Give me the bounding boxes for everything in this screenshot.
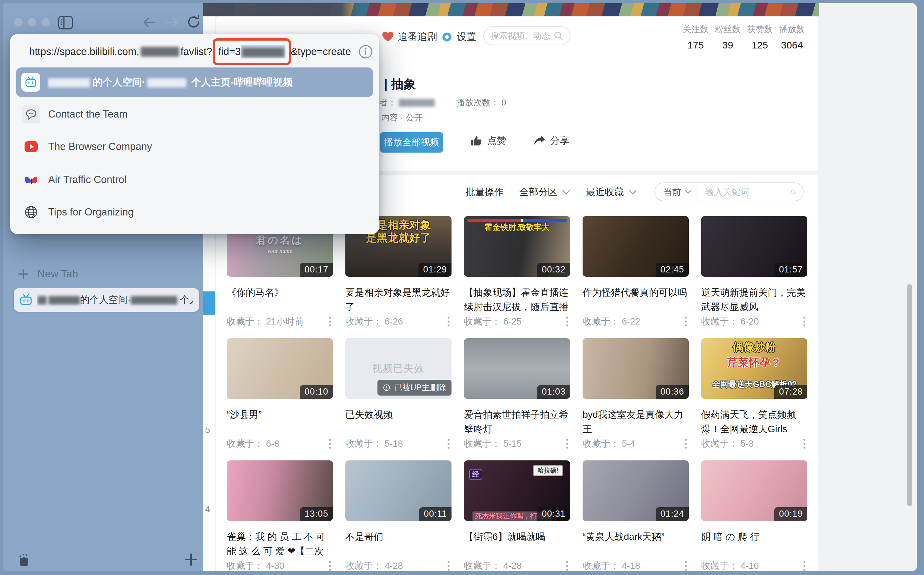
minimize-window-button[interactable]: [28, 18, 37, 27]
stat-likes[interactable]: 获赞数125: [746, 24, 774, 51]
video-title[interactable]: 爱音拍素世拍祥子拍立希壁咚灯: [464, 407, 570, 436]
forward-button[interactable]: [164, 16, 180, 30]
category-filter[interactable]: 全部分区: [519, 186, 570, 199]
video-title[interactable]: 【街霸6】就喝就喝: [464, 529, 570, 544]
video-title[interactable]: 不是哥们: [345, 529, 451, 544]
video-card[interactable]: 视频已失效已被UP主删除 已失效视频 收藏于： 5-18: [345, 338, 451, 461]
video-meta-row: 收藏于： 6-22: [583, 315, 689, 328]
share-button[interactable]: 分享: [533, 134, 569, 147]
more-options-icon[interactable]: [564, 437, 570, 450]
favorited-date: 收藏于： 5-15: [464, 437, 522, 450]
top-suggestion[interactable]: 的个人空间· 个人主页-哔哩哔哩视频: [16, 67, 373, 97]
selected-nav-item[interactable]: [203, 291, 215, 315]
video-thumbnail[interactable]: 霍金铁肘,致敬牢大 00:32: [464, 216, 570, 277]
video-thumbnail[interactable]: 00:19: [701, 461, 807, 521]
omnibox-item-air-traffic-control[interactable]: Air Traffic Control: [22, 168, 366, 191]
more-options-icon[interactable]: [683, 315, 689, 328]
video-card[interactable]: 13:05 雀巢：我 的 员 工 不 可 能 这 么 可 爱 ❤【二次元爆改 收…: [227, 461, 333, 571]
video-card[interactable]: 00:36 byd我这室友是真像大力王 收藏于： 5-4: [583, 338, 689, 461]
video-title[interactable]: 已失效视频: [345, 407, 451, 422]
info-icon[interactable]: [358, 44, 373, 59]
space-search-box[interactable]: 搜索视频、动态: [483, 26, 570, 45]
video-meta-row: 收藏于： 5-18: [345, 437, 451, 450]
batch-actions-button[interactable]: 批量操作: [465, 186, 503, 199]
video-thumbnail[interactable]: 视频已失效已被UP主删除: [345, 338, 451, 399]
search-icon[interactable]: [791, 186, 803, 197]
video-card[interactable]: 霍金铁肘,致敬牢大 00:32 【抽象现场】霍金直播连续肘击汉尼拔，随后直播间被…: [464, 216, 570, 338]
video-thumbnail[interactable]: 00:11: [345, 461, 451, 521]
video-thumbnail[interactable]: 01:24: [583, 461, 689, 521]
play-all-button[interactable]: 播放全部视频: [380, 132, 443, 152]
video-title[interactable]: 阴 暗 の 爬 行: [701, 529, 807, 544]
more-options-icon[interactable]: [327, 315, 333, 328]
more-options-icon[interactable]: [801, 437, 807, 450]
video-title[interactable]: 雀巢：我 的 员 工 不 可 能 这 么 可 爱 ❤【二次元爆改: [227, 529, 333, 558]
reload-button[interactable]: [186, 14, 201, 31]
stat-followers[interactable]: 粉丝数39: [713, 24, 742, 51]
video-title[interactable]: 假药满天飞，笑点频频爆！全网最逆天Girls Band Cry解析: [701, 407, 807, 436]
video-card[interactable]: 01:03 爱音拍素世拍祥子拍立希壁咚灯 收藏于： 5-15: [464, 338, 570, 461]
nav-bangumi[interactable]: 追番追剧: [382, 30, 437, 44]
video-title[interactable]: 【抽象现场】霍金直播连续肘击汉尼拔，随后直播间被封: [464, 285, 570, 314]
url-row[interactable]: https://space.bilibili.com,favlist?fid=3…: [10, 38, 379, 65]
sidebar-toggle-icon[interactable]: [58, 15, 73, 32]
video-thumbnail[interactable]: 偶像炒粉芹菜怀孕？全网最逆天GBC解析02 07:28: [701, 338, 807, 399]
stat-plays[interactable]: 播放数3064: [777, 24, 806, 51]
video-thumbnail[interactable]: 01:57: [701, 216, 807, 277]
stat-following[interactable]: 关注数175: [681, 24, 710, 51]
video-card[interactable]: 02:45 作为怪猎代餐真的可以吗 收藏于： 6-22: [583, 216, 689, 338]
more-options-icon[interactable]: [564, 560, 570, 571]
url-text[interactable]: https://space.bilibili.com,favlist?fid=3…: [29, 43, 351, 60]
video-card[interactable]: 00:11 不是哥们 收藏于： 4-28: [345, 461, 451, 571]
close-window-button[interactable]: [14, 18, 22, 27]
more-options-icon[interactable]: [564, 315, 570, 328]
video-title[interactable]: 逆天萌新提前关门，完美武器尽显威风: [701, 285, 807, 314]
more-options-icon[interactable]: [327, 437, 333, 450]
new-tab-button[interactable]: New Tab: [18, 268, 78, 280]
nav-settings[interactable]: 设置: [441, 30, 476, 44]
video-card[interactable]: 00:19 阴 暗 の 爬 行 收藏于： 4-16: [701, 461, 807, 571]
video-thumbnail[interactable]: 02:45: [583, 216, 689, 277]
more-options-icon[interactable]: [327, 560, 333, 571]
video-card[interactable]: 哈拉硕!死杰米我让你喝，打死你经 00:31 【街霸6】就喝就喝 收藏于： 4-…: [464, 461, 570, 571]
more-options-icon[interactable]: [446, 315, 451, 328]
more-options-icon[interactable]: [683, 437, 689, 450]
video-card[interactable]: 01:24 “黄泉大战dark天鹅” 收藏于： 4-18: [583, 461, 689, 571]
video-thumbnail[interactable]: 哈拉硕!死杰米我让你喝，打死你经 00:31: [464, 461, 570, 521]
omnibox-item-tips[interactable]: Tips for Organizing: [22, 201, 366, 224]
video-thumbnail[interactable]: 13:05: [227, 461, 333, 521]
video-title[interactable]: byd我这室友是真像大力王: [583, 407, 689, 436]
video-title[interactable]: 《你的马名》: [227, 285, 333, 300]
video-thumbnail[interactable]: 01:03: [464, 338, 570, 399]
like-button[interactable]: 点赞: [470, 134, 506, 147]
more-options-icon[interactable]: [683, 560, 689, 571]
search-scope-select[interactable]: 当前: [655, 186, 698, 198]
new-space-plus-icon[interactable]: [183, 552, 199, 569]
fid-annotation-box: fid=3: [213, 38, 291, 65]
active-tab[interactable]: 的个人空间· 个人…: [14, 288, 199, 312]
omnibox-item-contact[interactable]: Contact the Team: [22, 103, 366, 126]
keyword-search-box[interactable]: 当前 输入关键词: [654, 183, 804, 202]
more-options-icon[interactable]: [446, 437, 451, 450]
video-card[interactable]: 偶像炒粉芹菜怀孕？全网最逆天GBC解析02 07:28 假药满天飞，笑点频频爆！…: [701, 338, 807, 461]
video-title[interactable]: “沙县男”: [227, 407, 333, 422]
library-icon[interactable]: [16, 552, 32, 569]
more-options-icon[interactable]: [446, 560, 451, 571]
omnibox-item-browser-company[interactable]: The Browser Company: [22, 135, 366, 158]
favorited-date: 收藏于： 6-22: [583, 315, 640, 328]
video-title[interactable]: 要是相亲对象是黑龙就好了: [345, 285, 451, 314]
page-scrollbar[interactable]: [907, 284, 912, 506]
video-thumbnail[interactable]: 00:10: [227, 338, 333, 399]
video-card[interactable]: 君の名はyour name 00:17 《你的马名》 收藏于： 21小时前: [227, 216, 333, 338]
video-thumbnail[interactable]: 00:36: [583, 338, 689, 399]
video-card[interactable]: 要是相亲对象是黑龙就好了 01:29 要是相亲对象是黑龙就好了 收藏于： 6-2…: [345, 216, 451, 338]
video-title[interactable]: “黄泉大战dark天鹅”: [583, 529, 689, 544]
video-card[interactable]: 00:10 “沙县男” 收藏于： 6-8: [227, 338, 333, 461]
zoom-window-button[interactable]: [41, 18, 50, 27]
more-options-icon[interactable]: [801, 315, 807, 328]
back-button[interactable]: [142, 16, 157, 30]
video-card[interactable]: 01:57 逆天萌新提前关门，完美武器尽显威风 收藏于： 6-20: [701, 216, 807, 338]
more-options-icon[interactable]: [801, 560, 807, 571]
video-title[interactable]: 作为怪猎代餐真的可以吗: [583, 285, 689, 300]
sort-filter[interactable]: 最近收藏: [586, 186, 637, 199]
